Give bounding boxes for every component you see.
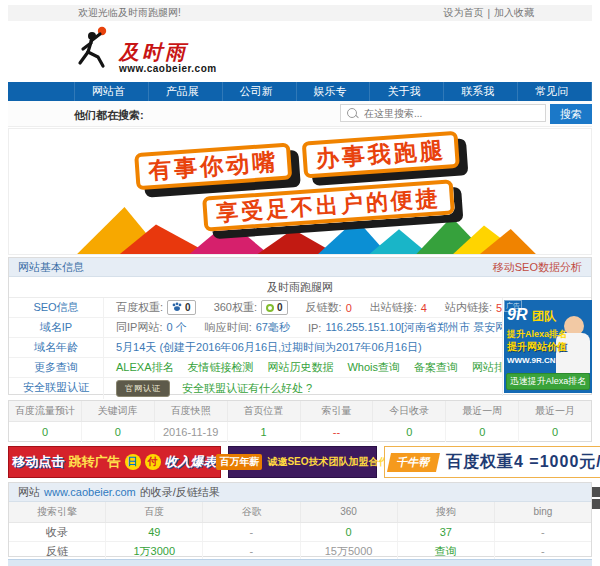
- ad2-text: 诚邀SEO技术团队加盟合作: [267, 455, 388, 469]
- footer-strip: [8, 559, 592, 566]
- backlinks-360: 15万5000: [300, 542, 397, 560]
- domain-ip-row: 域名IP 同IP网站: 0 个 响应时间: 67毫秒 IP: 116.255.1…: [9, 318, 502, 338]
- site-history-link[interactable]: 网站历史数据: [267, 360, 333, 375]
- innerlinks-label: 站内链接:: [445, 300, 492, 315]
- ad1-part2: 跳转广告: [69, 453, 121, 471]
- stats-header: 最近一月: [518, 401, 591, 421]
- whois-link[interactable]: Whois查询: [347, 360, 400, 375]
- indexed-360: 0: [300, 523, 397, 541]
- results-row-indexed: 收录 49 - 0 37 -: [9, 523, 591, 542]
- baidu-paw-icon: [172, 302, 182, 314]
- add-favorite-link[interactable]: 加入收藏: [494, 6, 534, 20]
- response-time-label: 响应时间:: [205, 320, 252, 335]
- ad-banners-row: 移动点击 跳转广告 日 付 收入爆表 百万年薪 诚邀SEO技术团队加盟合作 千牛…: [8, 446, 592, 478]
- ad-cta-button[interactable]: 迅速提升Alexa排名: [506, 373, 590, 390]
- same-ip-label: 同IP网站:: [116, 320, 162, 335]
- ad2-highlight: 百万年薪: [216, 454, 262, 470]
- row-label: SEO信息: [9, 298, 104, 317]
- baidu-stats-panel: 百度流量预计 关键词库 百度快照 首页位置 索引量 今日收录 最近一周 最近一月…: [8, 400, 592, 442]
- ad1-circle-day: 日: [125, 454, 141, 470]
- backlinks-value: 0: [346, 302, 352, 314]
- search-box: [340, 104, 546, 122]
- icp-record-link[interactable]: 备案查询: [414, 360, 458, 375]
- float-button-bottom[interactable]: [592, 499, 600, 509]
- so-weight-label: 360权重:: [214, 300, 257, 315]
- nav-item-home[interactable]: 网站首页: [74, 82, 148, 101]
- so-weight-badge[interactable]: 0: [261, 300, 288, 315]
- nav-item-contact[interactable]: 联系我们: [443, 82, 517, 101]
- stats-header: 索引量: [300, 401, 373, 421]
- ad-9r-container: 广告 9R 团队 提升Alexa排名 提升网站价值 WWW.9R.CN 迅速提升…: [503, 298, 594, 396]
- domain-age-row: 域名年龄 5月14天 (创建于2016年06月16日,过期时间为2017年06月…: [9, 338, 502, 358]
- row-label: 更多查询: [9, 358, 104, 377]
- site-info-panel: 网站基本信息 移动SEO数据分析 及时雨跑腿网 SEO信息 百度权重:: [8, 257, 592, 395]
- friend-links-check-link[interactable]: 友情链接检测: [187, 360, 253, 375]
- search-button[interactable]: 搜索: [550, 104, 592, 124]
- nav-item-faq[interactable]: 常见问答: [517, 82, 592, 101]
- row-name: 收录: [9, 523, 105, 541]
- mobile-seo-link[interactable]: 移动SEO数据分析: [493, 260, 582, 275]
- logo-title: 及时雨: [119, 41, 217, 63]
- stats-value: 0: [81, 422, 154, 442]
- domain-age-value: 5月14天 (创建于2016年06月16日,过期时间为2017年06月16日): [116, 340, 422, 355]
- logo-domain: www.caobeier.com: [119, 63, 217, 74]
- site-logo[interactable]: 及时雨 www.caobeier.com: [74, 26, 217, 74]
- banner-slogan-line1-right: 办事我跑腿: [302, 131, 460, 179]
- ad-brand-suffix: 团队: [532, 309, 556, 323]
- alexa-rank-link[interactable]: ALEXA排名: [116, 360, 173, 375]
- same-ip-value: 0 个: [166, 320, 186, 335]
- stats-header: 今日收录: [372, 401, 445, 421]
- banner-slogan-line1-left: 有事你动嘴: [134, 142, 292, 190]
- security-seal-icon[interactable]: 官网认证: [116, 380, 170, 397]
- ip-label: IP:: [308, 322, 321, 334]
- indexed-sogou: 37: [397, 523, 494, 541]
- nav-item-entertainment[interactable]: 娱乐专区: [296, 82, 370, 101]
- results-header-360: 360: [300, 502, 397, 522]
- float-button-top[interactable]: [592, 487, 600, 497]
- 360-ring-icon: [266, 304, 274, 312]
- stats-value: 0: [445, 422, 518, 442]
- set-home-link[interactable]: 设为首页: [443, 6, 483, 20]
- row-label: 域名年龄: [9, 338, 104, 357]
- innerlinks-value: 56: [496, 302, 502, 314]
- row-name: 反链: [9, 542, 105, 560]
- search-input[interactable]: [362, 107, 539, 120]
- site-rank-link[interactable]: 网站排名: [472, 360, 502, 375]
- baidu-weight-label: 百度权重:: [116, 300, 163, 315]
- so-weight-value: 0: [277, 302, 283, 313]
- more-queries-row: 更多查询 ALEXA排名 友情链接检测 网站历史数据 Whois查询 备案查询 …: [9, 358, 502, 378]
- stats-header: 百度快照: [154, 401, 227, 421]
- results-header-engine: 搜索引擎: [9, 502, 105, 522]
- response-time-value: 67毫秒: [256, 320, 290, 335]
- ad-url: WWW.9R.CN: [507, 356, 555, 365]
- nav-item-about[interactable]: 关于我们: [369, 82, 443, 101]
- ad-banner-qianniubang[interactable]: 千牛帮 百度权重4 =1000元/月: [384, 446, 600, 478]
- ad3-text: 百度权重4 =1000元/月: [446, 452, 600, 473]
- ad-banner-seo-team[interactable]: 百万年薪 诚邀SEO技术团队加盟合作: [228, 446, 377, 478]
- nav-item-products[interactable]: 产品展示: [148, 82, 222, 101]
- ad-9r-banner[interactable]: 广告 9R 团队 提升Alexa排名 提升网站价值 WWW.9R.CN 迅速提升…: [504, 300, 592, 393]
- indexed-bing: -: [494, 523, 591, 541]
- stats-header: 最近一周: [445, 401, 518, 421]
- results-domain-link[interactable]: www.caobeier.com: [44, 486, 136, 498]
- banner-slogan-line2: 享受足不出户的便捷: [202, 179, 455, 231]
- ad-line2: 提升网站价值: [507, 340, 567, 354]
- baidu-weight-badge[interactable]: 0: [167, 300, 196, 315]
- results-header-sogou: 搜狗: [397, 502, 494, 522]
- ad-banner-mobile-click[interactable]: 移动点击 跳转广告 日 付 收入爆表: [8, 446, 221, 478]
- results-header-row: 搜索引擎 百度 谷歌 360 搜狗 bing: [9, 502, 591, 523]
- backlinks-bing: -: [494, 542, 591, 560]
- backlinks-sogou-query-link[interactable]: 查询: [397, 542, 494, 560]
- stats-header: 关键词库: [81, 401, 154, 421]
- running-man-icon: [74, 26, 114, 74]
- info-table: SEO信息 百度权重:: [9, 298, 503, 396]
- indexed-google: -: [202, 523, 299, 541]
- hero-banner[interactable]: 有事你动嘴 办事我跑腿 享受足不出户的便捷: [8, 128, 592, 255]
- site-name: 及时雨跑腿网: [9, 277, 591, 298]
- stats-header: 首页位置: [227, 401, 300, 421]
- security-benefit-link[interactable]: 安全联盟认证有什么好处 ?: [182, 381, 312, 396]
- stats-value: 2016-11-19: [154, 422, 227, 442]
- nav-item-news[interactable]: 公司新闻: [222, 82, 296, 101]
- ad1-part1: 移动点击: [13, 453, 65, 471]
- welcome-text: 欢迎光临及时雨跑腿网!: [78, 6, 181, 20]
